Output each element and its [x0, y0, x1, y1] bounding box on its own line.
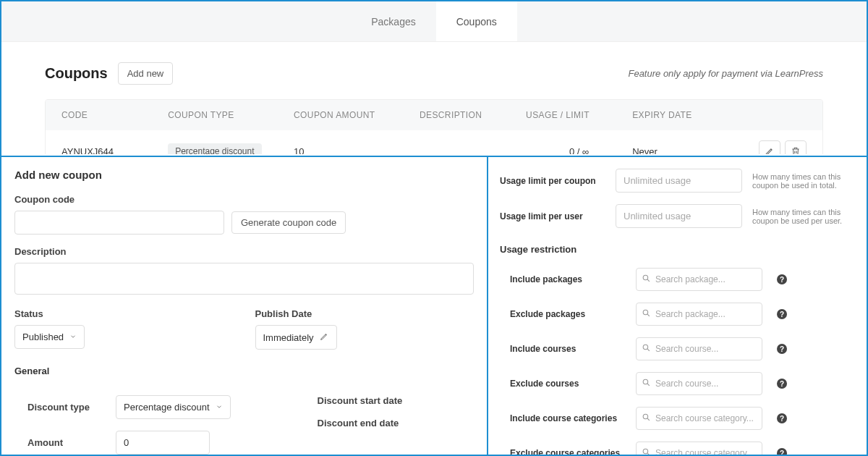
- search-icon: [642, 378, 651, 389]
- limit-per-user-label: Usage limit per user: [500, 211, 605, 221]
- exclude-categories-label: Exclude course categories: [510, 448, 626, 455]
- coupon-code-input[interactable]: [14, 211, 224, 235]
- help-icon[interactable]: ?: [777, 274, 787, 284]
- help-icon[interactable]: ?: [777, 309, 787, 319]
- discount-start-label: Discount start date: [318, 395, 409, 406]
- cell-type-badge: Percentage discount: [168, 143, 261, 154]
- generate-code-button[interactable]: Generate coupon code: [231, 211, 346, 234]
- coupon-restrictions-pane: Usage limit per coupon How many times ca…: [488, 156, 867, 455]
- exclude-categories-input[interactable]: [636, 442, 762, 455]
- status-select[interactable]: Published: [14, 325, 85, 349]
- search-icon: [642, 343, 651, 355]
- amount-label: Amount: [27, 437, 101, 448]
- add-new-button[interactable]: Add new: [118, 62, 174, 85]
- status-label: Status: [14, 308, 234, 319]
- include-courses-label: Include courses: [510, 344, 626, 354]
- description-label: Description: [14, 246, 474, 257]
- col-amount: COUPON AMOUNT: [294, 110, 420, 120]
- limit-per-user-hint: How many times can this coupon be used p…: [752, 208, 854, 225]
- discount-end-label: Discount end date: [318, 418, 409, 428]
- search-icon: [642, 413, 651, 424]
- tab-packages[interactable]: Packages: [351, 1, 435, 41]
- chevron-down-icon: [216, 402, 223, 413]
- publish-date-picker[interactable]: Immediately: [255, 325, 337, 350]
- exclude-courses-label: Exclude courses: [510, 379, 626, 389]
- table-header: CODE COUPON TYPE COUPON AMOUNT DESCRIPTI…: [46, 100, 822, 130]
- limit-per-coupon-input[interactable]: [616, 169, 742, 193]
- help-icon[interactable]: ?: [777, 413, 787, 423]
- include-courses-input[interactable]: [636, 337, 762, 360]
- page-title: Coupons: [45, 65, 108, 82]
- exclude-courses-input[interactable]: [636, 372, 762, 395]
- help-icon[interactable]: ?: [777, 344, 787, 354]
- svg-point-3: [643, 379, 648, 384]
- svg-point-5: [643, 449, 648, 454]
- cell-expiry: Never: [632, 146, 739, 155]
- discount-type-value: Percentage discount: [124, 402, 210, 413]
- coupons-table: CODE COUPON TYPE COUPON AMOUNT DESCRIPTI…: [45, 99, 823, 154]
- pencil-icon: [765, 146, 775, 154]
- limit-per-coupon-hint: How many times can this coupon be used i…: [752, 172, 854, 190]
- form-title: Add new coupon: [14, 169, 474, 181]
- svg-point-2: [643, 345, 648, 350]
- discount-type-label: Discount type: [27, 402, 101, 413]
- discount-type-select[interactable]: Percentage discount: [116, 395, 231, 419]
- exclude-packages-input[interactable]: [636, 303, 762, 326]
- feature-note: Feature only apply for payment via Learn…: [628, 68, 823, 79]
- coupons-list-pane: Packages Coupons Coupons Add new Feature…: [1, 1, 867, 154]
- include-categories-input[interactable]: [636, 407, 762, 430]
- search-icon: [642, 274, 651, 285]
- tabs: Packages Coupons: [1, 1, 867, 42]
- col-expiry: EXPIRY DATE: [632, 110, 739, 120]
- search-icon: [642, 447, 651, 455]
- cell-amount: 10: [294, 146, 420, 155]
- pencil-icon: [320, 332, 329, 343]
- restriction-section-title: Usage restriction: [500, 244, 854, 255]
- col-type: COUPON TYPE: [168, 110, 294, 120]
- limit-per-user-input[interactable]: [616, 204, 742, 228]
- include-packages-label: Include packages: [510, 274, 626, 284]
- trash-icon: [791, 146, 801, 154]
- col-code: CODE: [61, 110, 168, 120]
- cell-code: AYNUXJ644: [61, 146, 168, 155]
- table-row: AYNUXJ644 Percentage discount 10 0 / ∞ N…: [46, 130, 822, 154]
- exclude-packages-label: Exclude packages: [510, 309, 626, 319]
- help-icon[interactable]: ?: [777, 448, 787, 455]
- delete-row-button[interactable]: [785, 140, 807, 154]
- publish-date-value: Immediately: [263, 332, 314, 343]
- svg-point-1: [643, 310, 648, 315]
- col-usage: USAGE / LIMIT: [526, 110, 632, 120]
- edit-row-button[interactable]: [759, 140, 780, 154]
- include-packages-input[interactable]: [636, 268, 762, 291]
- publish-date-label: Publish Date: [255, 308, 475, 319]
- description-input[interactable]: [14, 263, 474, 295]
- coupon-code-label: Coupon code: [14, 194, 474, 205]
- search-icon: [642, 308, 651, 320]
- limit-per-coupon-label: Usage limit per coupon: [500, 176, 605, 186]
- general-section-title: General: [14, 366, 474, 376]
- cell-usage: 0 / ∞: [526, 146, 632, 155]
- col-desc: DESCRIPTION: [420, 110, 526, 120]
- tab-coupons[interactable]: Coupons: [436, 1, 517, 41]
- svg-point-0: [643, 275, 648, 280]
- add-coupon-pane: Add new coupon Coupon code Generate coup…: [1, 156, 488, 455]
- svg-point-4: [643, 414, 648, 419]
- status-value: Published: [22, 332, 64, 342]
- chevron-down-icon: [69, 332, 77, 342]
- include-categories-label: Include course categories: [510, 413, 626, 423]
- help-icon[interactable]: ?: [777, 379, 787, 389]
- amount-input[interactable]: [116, 431, 210, 455]
